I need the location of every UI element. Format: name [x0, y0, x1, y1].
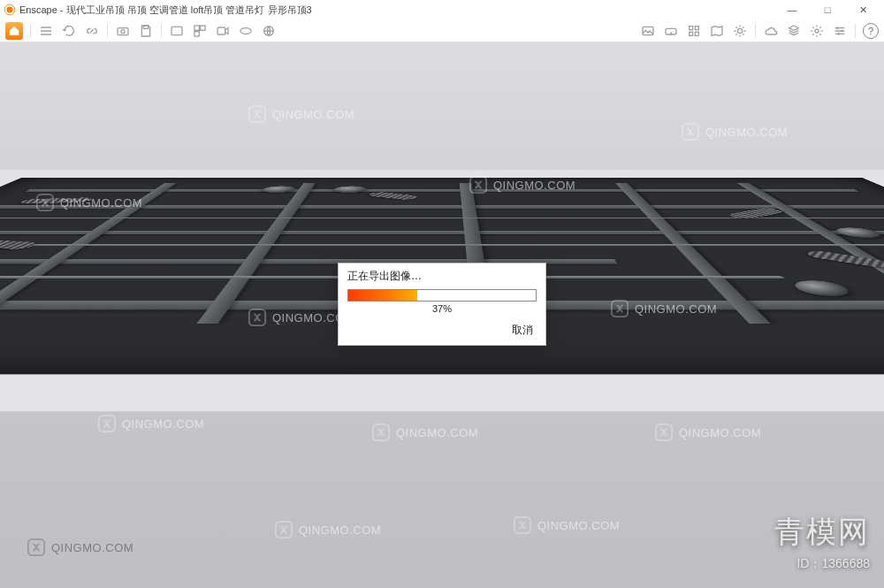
- render-viewport[interactable]: QINGMO.COM QINGMO.COM QINGMO.COM QINGMO.…: [0, 42, 884, 588]
- home-button[interactable]: [5, 22, 23, 40]
- link-icon[interactable]: [84, 23, 100, 39]
- svg-point-20: [836, 27, 839, 29]
- export-progress-dialog: 正在导出图像… 37% 取消: [338, 263, 546, 346]
- close-icon: ✕: [859, 4, 867, 16]
- svg-rect-4: [143, 26, 148, 28]
- refresh-icon[interactable]: [61, 23, 77, 39]
- settings-icon[interactable]: [809, 23, 825, 39]
- close-button[interactable]: ✕: [845, 0, 880, 19]
- globe-icon[interactable]: [261, 23, 277, 39]
- toolbar: ?: [0, 19, 884, 42]
- map-icon[interactable]: [709, 23, 725, 39]
- separator: [161, 24, 162, 38]
- separator: [30, 24, 31, 38]
- svg-point-0: [7, 7, 13, 13]
- cancel-button[interactable]: 取消: [507, 321, 538, 340]
- brand-id: ID：1366688: [796, 556, 870, 572]
- save-icon[interactable]: [138, 23, 154, 39]
- svg-point-18: [737, 28, 742, 33]
- separator: [755, 24, 756, 38]
- image-icon[interactable]: [640, 23, 656, 39]
- views-icon[interactable]: [686, 23, 702, 39]
- progress-bar: [347, 289, 537, 302]
- visual-settings-icon[interactable]: [832, 23, 848, 39]
- svg-rect-14: [690, 26, 693, 29]
- svg-rect-16: [690, 32, 693, 35]
- separator: [107, 24, 108, 38]
- window-title: Enscape - 现代工业吊顶 吊顶 空调管道 loft吊顶 管道吊灯 异形吊…: [19, 4, 774, 17]
- video-icon[interactable]: [215, 23, 231, 39]
- svg-rect-8: [194, 31, 199, 35]
- svg-point-19: [815, 29, 819, 33]
- svg-rect-9: [217, 27, 225, 34]
- vr-icon[interactable]: [663, 23, 679, 39]
- separator: [855, 24, 856, 38]
- maximize-icon: □: [825, 4, 831, 15]
- camera-icon[interactable]: [115, 23, 131, 39]
- help-icon: ?: [868, 26, 873, 36]
- minimize-icon: —: [788, 4, 797, 15]
- help-button[interactable]: ?: [863, 23, 879, 39]
- assets-icon[interactable]: [786, 23, 802, 39]
- window-controls: — □ ✕: [774, 0, 880, 19]
- app-icon: [4, 4, 16, 16]
- svg-rect-6: [194, 26, 199, 30]
- menu-icon[interactable]: [38, 23, 54, 39]
- sun-icon[interactable]: [732, 23, 748, 39]
- svg-rect-2: [118, 27, 128, 34]
- batch-icon[interactable]: [192, 23, 208, 39]
- titlebar: Enscape - 现代工业吊顶 吊顶 空调管道 loft吊顶 管道吊灯 异形吊…: [0, 0, 884, 19]
- svg-rect-5: [171, 27, 182, 34]
- cloud-icon[interactable]: [763, 23, 779, 39]
- panorama-icon[interactable]: [238, 23, 254, 39]
- svg-rect-17: [695, 32, 698, 35]
- svg-rect-15: [695, 26, 698, 29]
- svg-point-10: [240, 27, 251, 34]
- svg-point-22: [837, 33, 840, 35]
- dialog-title: 正在导出图像…: [339, 263, 545, 287]
- progress-fill: [348, 290, 417, 301]
- screenshot-icon[interactable]: [169, 23, 185, 39]
- svg-rect-7: [201, 26, 205, 30]
- svg-point-3: [121, 29, 125, 33]
- svg-point-21: [841, 29, 843, 32]
- maximize-button[interactable]: □: [810, 0, 845, 19]
- minimize-button[interactable]: —: [774, 0, 810, 19]
- progress-percent: 37%: [339, 303, 545, 319]
- brand-logo-cn: 青模网: [774, 512, 870, 553]
